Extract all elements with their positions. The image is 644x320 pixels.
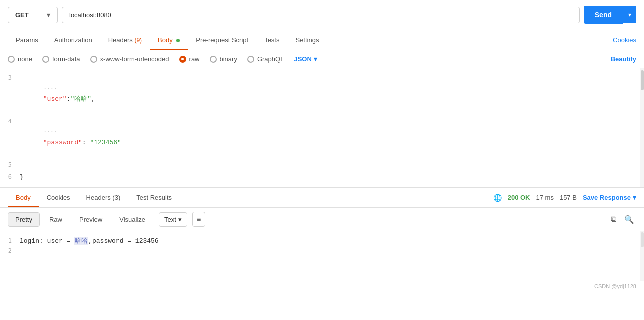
send-dropdown-arrow[interactable]: ▾ bbox=[623, 6, 636, 23]
format-tab-visualize[interactable]: Visualize bbox=[112, 212, 153, 227]
url-bar: GET ▾ Send ▾ bbox=[0, 0, 644, 30]
method-select[interactable]: GET ▾ bbox=[8, 7, 58, 23]
format-tab-preview[interactable]: Preview bbox=[72, 212, 110, 227]
response-status: 200 OK bbox=[508, 194, 530, 201]
save-response-button[interactable]: Save Response ▾ bbox=[583, 194, 636, 201]
response-tab-cookies-label: Cookies bbox=[47, 194, 70, 201]
radio-graphql-label: GraphQL bbox=[257, 55, 284, 63]
radio-none[interactable]: none bbox=[8, 55, 32, 63]
response-format-bar: Pretty Raw Preview Visualize Text ▾ ≡ ⧉ … bbox=[0, 208, 644, 231]
radio-circle-none bbox=[8, 56, 15, 63]
text-format-chevron-icon: ▾ bbox=[178, 216, 182, 223]
json-chevron-icon: ▾ bbox=[314, 55, 317, 63]
radio-form-data-label: form-data bbox=[52, 55, 80, 63]
radio-circle-raw bbox=[179, 56, 186, 63]
tab-pre-request-script[interactable]: Pre-request Script bbox=[188, 30, 256, 50]
globe-icon: 🌐 bbox=[493, 194, 502, 202]
send-button-group: Send ▾ bbox=[584, 6, 636, 24]
tab-params[interactable]: Params bbox=[8, 30, 46, 50]
response-tabs: Body Cookies Headers (3) Test Results 🌐 … bbox=[0, 188, 644, 208]
code-line-4: 4 ···· "password": "123456" bbox=[0, 116, 644, 159]
text-format-dropdown[interactable]: Text ▾ bbox=[159, 212, 187, 227]
radio-graphql[interactable]: GraphQL bbox=[247, 55, 284, 63]
tab-tests[interactable]: Tests bbox=[256, 30, 287, 50]
text-format-label: Text bbox=[164, 216, 176, 223]
save-response-chevron-icon: ▾ bbox=[633, 194, 636, 201]
response-section: Body Cookies Headers (3) Test Results 🌐 … bbox=[0, 188, 644, 281]
tab-body[interactable]: Body bbox=[150, 30, 188, 50]
editor-scrollbar[interactable] bbox=[640, 68, 644, 187]
request-tabs: Params Authorization Headers (9) Body Pr… bbox=[0, 30, 644, 50]
radio-form-data[interactable]: form-data bbox=[42, 55, 80, 63]
body-options: none form-data x-www-form-urlencoded raw… bbox=[0, 50, 644, 68]
response-tab-cookies[interactable]: Cookies bbox=[39, 188, 78, 207]
copy-icon[interactable]: ⧉ bbox=[609, 213, 618, 226]
beautify-button[interactable]: Beautify bbox=[611, 55, 636, 63]
save-response-label: Save Response bbox=[583, 194, 631, 201]
send-button[interactable]: Send bbox=[584, 6, 623, 24]
response-tab-body[interactable]: Body bbox=[8, 188, 39, 207]
method-chevron-icon: ▾ bbox=[47, 11, 50, 19]
radio-raw-label: raw bbox=[189, 55, 200, 63]
radio-urlencoded-label: x-www-form-urlencoded bbox=[100, 55, 169, 63]
tab-headers[interactable]: Headers (9) bbox=[100, 30, 150, 50]
radio-circle-urlencoded bbox=[90, 56, 97, 63]
highlighted-username: 哈哈 bbox=[74, 237, 88, 245]
json-label: JSON bbox=[294, 55, 311, 63]
response-icons: ⧉ 🔍 bbox=[609, 213, 636, 226]
radio-circle-binary bbox=[210, 56, 217, 63]
format-tab-raw[interactable]: Raw bbox=[42, 212, 70, 227]
radio-binary[interactable]: binary bbox=[210, 55, 237, 63]
code-editor[interactable]: 3 ···· "user":"哈哈", 4 ···· "password": "… bbox=[0, 68, 644, 188]
radio-raw[interactable]: raw bbox=[179, 55, 200, 63]
wrap-button[interactable]: ≡ bbox=[192, 212, 205, 227]
code-line-5: 5 bbox=[0, 159, 644, 171]
response-meta: 🌐 200 OK 17 ms 157 B Save Response ▾ bbox=[493, 194, 636, 202]
response-tab-test-results[interactable]: Test Results bbox=[128, 188, 180, 207]
response-line-2: 2 bbox=[0, 246, 644, 255]
json-dropdown[interactable]: JSON ▾ bbox=[294, 55, 317, 63]
response-tab-body-label: Body bbox=[16, 194, 31, 201]
response-line-1: 1 login: user = 哈哈,password = 123456 bbox=[0, 235, 644, 246]
code-line-6: 6 } bbox=[0, 171, 644, 184]
response-tab-headers[interactable]: Headers (3) bbox=[78, 188, 129, 207]
response-scrollbar-thumb bbox=[641, 232, 644, 247]
tab-settings[interactable]: Settings bbox=[287, 30, 327, 50]
response-scrollbar[interactable] bbox=[640, 231, 644, 281]
format-tab-pretty[interactable]: Pretty bbox=[8, 212, 40, 227]
cookies-link[interactable]: Cookies bbox=[613, 36, 636, 44]
radio-binary-label: binary bbox=[220, 55, 237, 63]
response-content: 1 login: user = 哈哈,password = 123456 2 bbox=[0, 231, 644, 281]
response-size: 157 B bbox=[560, 194, 577, 201]
radio-urlencoded[interactable]: x-www-form-urlencoded bbox=[90, 55, 169, 63]
url-input[interactable] bbox=[62, 7, 580, 23]
editor-scrollbar-thumb bbox=[641, 70, 644, 90]
response-tab-test-results-label: Test Results bbox=[136, 194, 172, 201]
response-time: 17 ms bbox=[536, 194, 554, 201]
search-icon[interactable]: 🔍 bbox=[622, 213, 636, 226]
method-label: GET bbox=[15, 11, 29, 19]
radio-none-label: none bbox=[18, 55, 32, 63]
radio-circle-graphql bbox=[247, 56, 254, 63]
code-line-3: 3 ···· "user":"哈哈", bbox=[0, 72, 644, 116]
tab-authorization[interactable]: Authorization bbox=[46, 30, 100, 50]
radio-circle-form-data bbox=[42, 56, 49, 63]
watermark: CSDN @ydj1128 bbox=[0, 281, 644, 291]
